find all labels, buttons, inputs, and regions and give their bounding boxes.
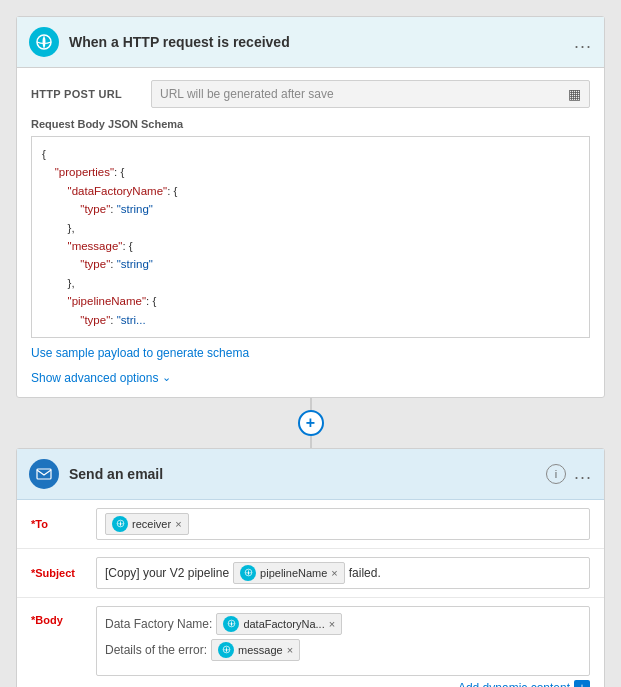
http-card-title: When a HTTP request is received [69,34,574,50]
email-svg-icon [36,466,52,482]
email-card-header: Send an email i ... [17,449,604,500]
subject-field-row: *Subject [Copy] your V2 pipeline [17,549,604,598]
pipeline-name-token: pipelineName × [233,562,345,584]
schema-label: Request Body JSON Schema [31,118,590,130]
pipeline-name-token-close[interactable]: × [331,567,337,579]
add-dynamic-label: Add dynamic content [458,681,570,687]
info-icon-label: i [555,468,557,480]
subject-content: [Copy] your V2 pipeline pipelineName × [105,562,581,584]
subject-prefix: [Copy] your V2 pipeline [105,566,229,580]
main-container: When a HTTP request is received ... HTTP… [16,16,605,687]
to-field-row: *To receiver × [17,500,604,549]
to-label: *To [31,518,96,530]
pipeline-name-token-label: pipelineName [260,567,327,579]
message-token-svg [222,645,231,654]
add-dynamic-plus-icon: + [574,680,590,687]
body-label: *Body [31,606,96,626]
body-line-2: Details of the error: message [105,639,581,661]
subject-field[interactable]: [Copy] your V2 pipeline pipelineName × [96,557,590,589]
receiver-token-label: receiver [132,518,171,530]
body-field[interactable]: Data Factory Name: dataFactoryNa.. [96,606,590,676]
http-card-body: HTTP POST URL URL will be generated afte… [17,68,604,397]
datafactory-token-close[interactable]: × [329,618,335,630]
body-line-2-label: Details of the error: [105,643,207,657]
datafactory-token-label: dataFactoryNa... [243,618,324,630]
email-info-button[interactable]: i [546,464,566,484]
body-line-1: Data Factory Name: dataFactoryNa.. [105,613,581,635]
schema-box[interactable]: { "properties": { "dataFactoryName": { "… [31,136,590,338]
add-dynamic-button[interactable]: Add dynamic content + [458,680,590,687]
email-card: Send an email i ... *To [16,448,605,687]
message-token-label: message [238,644,283,656]
http-card-header: When a HTTP request is received ... [17,17,604,68]
http-post-url-field: URL will be generated after save ▦ [151,80,590,108]
receiver-token-icon [112,516,128,532]
message-token-icon [218,642,234,658]
message-token-close[interactable]: × [287,644,293,656]
http-post-url-label: HTTP POST URL [31,88,151,100]
body-line-1-label: Data Factory Name: [105,617,212,631]
datafactory-token-svg [227,619,236,628]
http-more-button[interactable]: ... [574,32,592,53]
subject-label: *Subject [31,567,96,579]
http-advanced-toggle[interactable]: Show advanced options ⌄ [31,371,590,385]
datafactory-token-icon [223,616,239,632]
connector: + [16,398,605,448]
plus-icon: + [306,414,315,432]
receiver-token-close[interactable]: × [175,518,181,530]
http-advanced-toggle-label: Show advanced options [31,371,158,385]
receiver-token: receiver × [105,513,189,535]
http-icon [29,27,59,57]
add-step-button[interactable]: + [298,410,324,436]
email-more-button[interactable]: ... [574,463,592,484]
copy-icon[interactable]: ▦ [568,86,581,102]
http-card: When a HTTP request is received ... HTTP… [16,16,605,398]
pipeline-token-svg [244,568,253,577]
message-token: message × [211,639,300,661]
sample-payload-link[interactable]: Use sample payload to generate schema [31,346,249,360]
svg-rect-1 [37,469,51,479]
datafactory-token: dataFactoryNa... × [216,613,342,635]
http-chevron-icon: ⌄ [162,371,171,384]
http-post-url-placeholder: URL will be generated after save [160,87,334,101]
pipeline-name-token-icon [240,565,256,581]
to-field[interactable]: receiver × [96,508,590,540]
email-icon [29,459,59,489]
add-dynamic-row: Add dynamic content + [96,680,590,687]
email-card-body: *To receiver × [17,500,604,687]
http-svg-icon [36,34,52,50]
http-post-url-row: HTTP POST URL URL will be generated afte… [31,80,590,108]
body-field-row: *Body Data Factory Name: [17,598,604,687]
receiver-token-svg [116,519,125,528]
email-card-title: Send an email [69,466,546,482]
body-content-area: Data Factory Name: dataFactoryNa.. [96,606,590,687]
subject-suffix: failed. [349,566,381,580]
